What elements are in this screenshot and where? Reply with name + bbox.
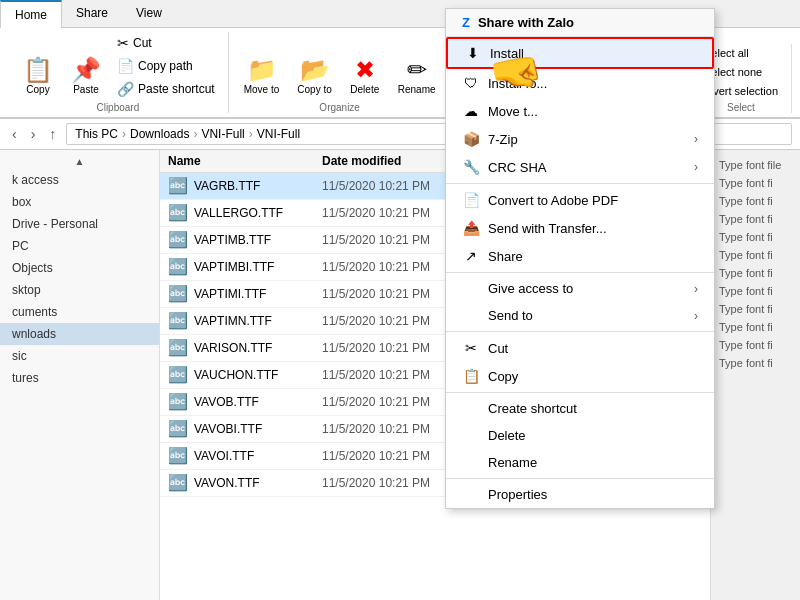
file-icon-11: 🔤 bbox=[168, 473, 188, 493]
ctx-item-install-for[interactable]: 🛡 Install fo... bbox=[446, 69, 714, 97]
ctx-sep-after-copy bbox=[446, 392, 714, 393]
path-part-2: Downloads bbox=[130, 127, 189, 141]
ctx-sep-after-crc-sha bbox=[446, 183, 714, 184]
sidebar-item-4[interactable]: Objects bbox=[0, 257, 159, 279]
ctx-label-7zip: 7-Zip bbox=[488, 132, 686, 147]
ctx-item-cut[interactable]: ✂ Cut bbox=[446, 334, 714, 362]
ctx-icon-share: ↗ bbox=[462, 248, 480, 264]
file-icon-3: 🔤 bbox=[168, 257, 188, 277]
ctx-label-properties: Properties bbox=[488, 487, 698, 502]
ctx-item-create-shortcut[interactable]: Create shortcut bbox=[446, 395, 714, 422]
tab-home[interactable]: Home bbox=[0, 0, 62, 28]
zalo-icon: Z bbox=[462, 15, 470, 30]
file-icon-7: 🔤 bbox=[168, 365, 188, 385]
paste-label: Paste bbox=[73, 84, 99, 95]
delete-button[interactable]: ✖ Delete bbox=[343, 53, 387, 100]
path-part-4: VNI-Full bbox=[257, 127, 300, 141]
ctx-label-cut: Cut bbox=[488, 341, 698, 356]
ctx-icon-convert-pdf: 📄 bbox=[462, 192, 480, 208]
ctx-sep-after-share bbox=[446, 272, 714, 273]
ctx-icon-crc-sha: 🔧 bbox=[462, 159, 480, 175]
organize-group-label: Organize bbox=[319, 102, 360, 113]
ctx-icon-install-for: 🛡 bbox=[462, 75, 480, 91]
sidebar-item-5[interactable]: sktop bbox=[0, 279, 159, 301]
sidebar-item-2[interactable]: Drive - Personal bbox=[0, 213, 159, 235]
move-to-label: Move to bbox=[244, 84, 280, 95]
rename-button[interactable]: ✏ Rename bbox=[391, 53, 443, 100]
sidebar-item-7[interactable]: wnloads bbox=[0, 323, 159, 345]
ctx-item-rename[interactable]: Rename bbox=[446, 449, 714, 476]
ctx-item-send-to[interactable]: Send to › bbox=[446, 302, 714, 329]
ctx-item-copy[interactable]: 📋 Copy bbox=[446, 362, 714, 390]
right-panel-item-7: Type font fi bbox=[719, 282, 792, 300]
file-icon-1: 🔤 bbox=[168, 203, 188, 223]
path-part-1: This PC bbox=[75, 127, 118, 141]
ctx-item-crc-sha[interactable]: 🔧 CRC SHA › bbox=[446, 153, 714, 181]
ctx-item-install[interactable]: ⬇ Install bbox=[446, 37, 714, 69]
copy-button[interactable]: 📋 Copy bbox=[16, 53, 60, 100]
right-panel-item-3: Type font fi bbox=[719, 210, 792, 228]
ctx-label-share: Share bbox=[488, 249, 698, 264]
ctx-icon-7zip: 📦 bbox=[462, 131, 480, 147]
move-to-button[interactable]: 📁 Move to bbox=[237, 53, 287, 100]
paste-shortcut-button[interactable]: 🔗 Paste shortcut bbox=[112, 78, 220, 100]
ctx-item-convert-pdf[interactable]: 📄 Convert to Adobe PDF bbox=[446, 186, 714, 214]
ctx-arrow-give-access: › bbox=[694, 282, 698, 296]
col-name-header[interactable]: Name bbox=[168, 154, 322, 168]
ctx-arrow-crc-sha: › bbox=[694, 160, 698, 174]
file-icon-6: 🔤 bbox=[168, 338, 188, 358]
copy-path-icon: 📄 bbox=[117, 58, 134, 74]
ctx-item-7zip[interactable]: 📦 7-Zip › bbox=[446, 125, 714, 153]
nav-up[interactable]: ↑ bbox=[45, 124, 60, 144]
file-icon-2: 🔤 bbox=[168, 230, 188, 250]
invert-label: Invert selection bbox=[704, 85, 778, 97]
ctx-item-share[interactable]: ↗ Share bbox=[446, 242, 714, 270]
ctx-label-give-access: Give access to bbox=[488, 281, 686, 296]
paste-button[interactable]: 📌 Paste bbox=[64, 53, 108, 100]
ctx-label-install-for: Install fo... bbox=[488, 76, 698, 91]
ctx-item-send-transfer[interactable]: 📤 Send with Transfer... bbox=[446, 214, 714, 242]
right-panel-item-8: Type font fi bbox=[719, 300, 792, 318]
sidebar-item-1[interactable]: box bbox=[0, 191, 159, 213]
cut-icon: ✂ bbox=[117, 35, 129, 51]
copy-path-label: Copy path bbox=[138, 59, 193, 73]
ctx-item-delete[interactable]: Delete bbox=[446, 422, 714, 449]
tab-view[interactable]: View bbox=[122, 0, 176, 27]
right-panel: Type font fileType font fiType font fiTy… bbox=[710, 150, 800, 600]
copy-to-icon: 📂 bbox=[300, 58, 330, 82]
ctx-label-convert-pdf: Convert to Adobe PDF bbox=[488, 193, 698, 208]
move-to-icon: 📁 bbox=[247, 58, 277, 82]
copy-label: Copy bbox=[26, 84, 49, 95]
ctx-arrow-7zip: › bbox=[694, 132, 698, 146]
file-name-6: VARISON.TTF bbox=[194, 341, 322, 355]
paste-shortcut-icon: 🔗 bbox=[117, 81, 134, 97]
delete-icon: ✖ bbox=[355, 58, 375, 82]
ribbon-group-clipboard: 📋 Copy 📌 Paste ✂ Cut 📄 Copy path bbox=[8, 32, 229, 113]
copy-path-button[interactable]: 📄 Copy path bbox=[112, 55, 220, 77]
sidebar-item-0[interactable]: k access bbox=[0, 169, 159, 191]
ctx-item-properties[interactable]: Properties bbox=[446, 481, 714, 508]
nav-forward[interactable]: › bbox=[27, 124, 40, 144]
file-name-5: VAPTIMN.TTF bbox=[194, 314, 322, 328]
right-panel-item-1: Type font fi bbox=[719, 174, 792, 192]
file-icon-5: 🔤 bbox=[168, 311, 188, 331]
cut-button[interactable]: ✂ Cut bbox=[112, 32, 220, 54]
file-name-4: VAPTIMI.TTF bbox=[194, 287, 322, 301]
file-name-7: VAUCHON.TTF bbox=[194, 368, 322, 382]
tab-share[interactable]: Share bbox=[62, 0, 122, 27]
file-icon-0: 🔤 bbox=[168, 176, 188, 196]
ctx-label-crc-sha: CRC SHA bbox=[488, 160, 686, 175]
sidebar-item-6[interactable]: cuments bbox=[0, 301, 159, 323]
sidebar-scroll-up[interactable]: ▲ bbox=[0, 154, 159, 169]
copy-to-button[interactable]: 📂 Copy to bbox=[290, 53, 338, 100]
ctx-item-give-access[interactable]: Give access to › bbox=[446, 275, 714, 302]
file-icon-10: 🔤 bbox=[168, 446, 188, 466]
sidebar-item-9[interactable]: tures bbox=[0, 367, 159, 389]
sidebar-item-8[interactable]: sic bbox=[0, 345, 159, 367]
paste-shortcut-label: Paste shortcut bbox=[138, 82, 215, 96]
sidebar-item-3[interactable]: PC bbox=[0, 235, 159, 257]
ctx-item-move-to[interactable]: ☁ Move t... bbox=[446, 97, 714, 125]
ctx-label-install: Install bbox=[490, 46, 696, 61]
nav-back[interactable]: ‹ bbox=[8, 124, 21, 144]
ctx-label-move-to: Move t... bbox=[488, 104, 698, 119]
